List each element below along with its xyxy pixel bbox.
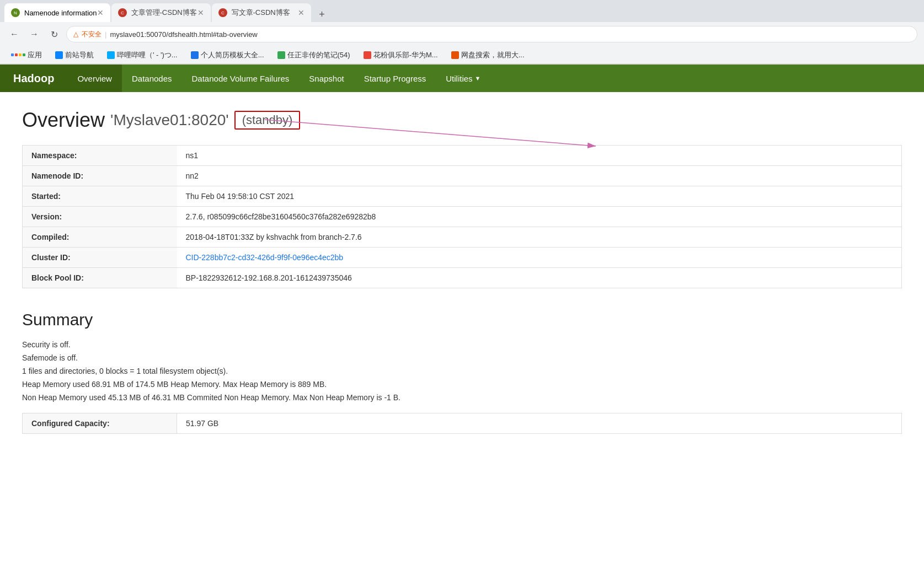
nav-snapshot[interactable]: Snapshot — [299, 64, 354, 92]
summary-line-1: Safemode is off. — [22, 353, 902, 362]
table-row-namespace: Namespace: ns1 — [23, 146, 902, 166]
table-row-namenode-id: Namenode ID: nn2 — [23, 166, 902, 186]
tab-favicon-hadoop: N — [11, 8, 20, 17]
bookmark-huawei-label: 花粉俱乐部-华为M... — [373, 50, 438, 60]
summary-line-3: Heap Memory used 68.91 MB of 174.5 MB He… — [22, 380, 902, 389]
label-version: Version: — [23, 207, 177, 227]
label-configured-capacity: Configured Capacity: — [23, 413, 177, 434]
bookmark-resume-label: 个人简历模板大全... — [201, 50, 264, 60]
tab-close-1[interactable]: ✕ — [97, 8, 104, 17]
tab-bar: N Namenode information ✕ C 文章管理-CSDN博客 ✕… — [0, 0, 924, 22]
nav-utilities-label: Utilities — [446, 74, 472, 83]
summary-line-0: Security is off. — [22, 340, 902, 349]
tab-title-csdn2: 写文章-CSDN博客 — [232, 8, 290, 18]
tab-close-2[interactable]: ✕ — [197, 8, 204, 17]
cluster-id-link[interactable]: CID-228bb7c2-cd32-426d-9f9f-0e96ec4ec2bb — [186, 253, 344, 262]
overview-title-row: Overview 'Myslave01:8020' (standby) — [22, 109, 902, 132]
bookmark-huawei-icon — [364, 51, 371, 59]
bookmark-nav-label: 前站导航 — [65, 50, 94, 60]
bookmark-resume[interactable]: 个人简历模板大全... — [186, 49, 269, 61]
reload-button[interactable]: ↻ — [46, 26, 62, 42]
summary-heading: Summary — [22, 310, 902, 329]
hadoop-logo: Hadoop — [0, 64, 67, 92]
label-started: Started: — [23, 186, 177, 207]
overview-heading: Overview — [22, 109, 105, 132]
bookmark-pan-label: 网盘搜索，就用大... — [461, 50, 525, 60]
summary-line-4: Non Heap Memory used 45.13 MB of 46.31 M… — [22, 393, 902, 402]
dropdown-arrow-icon: ▼ — [475, 75, 481, 82]
bookmark-bilibili-icon — [107, 51, 115, 59]
tab-csdn2[interactable]: C 写文章-CSDN博客 ✕ — [212, 3, 311, 22]
bookmark-nav[interactable]: 前站导航 — [51, 49, 98, 61]
address-field[interactable]: △ 不安全 | myslave01:50070/dfshealth.html#t… — [66, 26, 917, 42]
info-table: Namespace: ns1 Namenode ID: nn2 Started:… — [22, 145, 902, 288]
label-block-pool-id: Block Pool ID: — [23, 268, 177, 288]
address-warning-text: 不安全 — [82, 30, 102, 39]
overview-header: Overview 'Myslave01:8020' (standby) — [22, 109, 902, 132]
nav-startup-progress[interactable]: Startup Progress — [354, 64, 436, 92]
address-bar-row: ← → ↻ △ 不安全 | myslave01:50070/dfshealth.… — [0, 22, 924, 46]
tab-title-namenode: Namenode information — [24, 9, 97, 17]
value-version: 2.7.6, r085099c66cf28be31604560c376fa282… — [177, 207, 902, 227]
bookmark-notes-label: 任正非传的笔记(54) — [287, 50, 350, 60]
label-namenode-id: Namenode ID: — [23, 166, 177, 186]
nav-utilities[interactable]: Utilities ▼ — [436, 64, 490, 92]
bookmark-bilibili-label: 哔哩哔哩（' - ')つ... — [117, 50, 178, 60]
bookmark-pan[interactable]: 网盘搜索，就用大... — [447, 49, 529, 61]
table-row-compiled: Compiled: 2018-04-18T01:33Z by kshvachk … — [23, 227, 902, 248]
nav-overview[interactable]: Overview — [67, 64, 122, 92]
bookmark-nav-icon — [55, 51, 63, 59]
security-warning: △ — [73, 30, 78, 38]
hadoop-nav: Hadoop Overview Datanodes Datanode Volum… — [0, 64, 924, 92]
bookmark-bilibili[interactable]: 哔哩哔哩（' - ')つ... — [103, 49, 182, 61]
summary-line-2: 1 files and directories, 0 blocks = 1 to… — [22, 367, 902, 375]
tab-namenode[interactable]: N Namenode information ✕ — [4, 3, 110, 22]
label-compiled: Compiled: — [23, 227, 177, 248]
tab-favicon-csdn1: C — [118, 8, 127, 17]
tab-title-csdn1: 文章管理-CSDN博客 — [131, 8, 197, 18]
summary-row-capacity: Configured Capacity: 51.97 GB — [23, 413, 902, 434]
tab-close-3[interactable]: ✕ — [298, 8, 305, 17]
forward-button[interactable]: → — [26, 26, 42, 42]
value-namespace: ns1 — [177, 146, 902, 166]
bookmark-resume-icon — [191, 51, 199, 59]
value-namenode-id: nn2 — [177, 166, 902, 186]
back-button[interactable]: ← — [7, 26, 22, 42]
svg-text:C: C — [221, 10, 225, 15]
label-namespace: Namespace: — [23, 146, 177, 166]
summary-table: Configured Capacity: 51.97 GB — [22, 413, 902, 434]
svg-text:N: N — [14, 10, 17, 15]
standby-badge: (standby) — [234, 111, 301, 130]
bookmark-apps[interactable]: 应用 — [7, 49, 46, 61]
table-row-started: Started: Thu Feb 04 19:58:10 CST 2021 — [23, 186, 902, 207]
svg-text:C: C — [121, 10, 124, 15]
nav-items: Overview Datanodes Datanode Volume Failu… — [67, 64, 490, 92]
nav-datanodes[interactable]: Datanodes — [122, 64, 182, 92]
table-row-block-pool-id: Block Pool ID: BP-1822932612-192.168.8.2… — [23, 268, 902, 288]
bookmark-huawei[interactable]: 花粉俱乐部-华为M... — [359, 49, 442, 61]
browser-chrome: N Namenode information ✕ C 文章管理-CSDN博客 ✕… — [0, 0, 924, 64]
bookmark-apps-label: 应用 — [28, 50, 42, 60]
value-cluster-id: CID-228bb7c2-cd32-426d-9f9f-0e96ec4ec2bb — [177, 248, 902, 268]
overview-hostname: 'Myslave01:8020' — [110, 111, 229, 129]
value-started: Thu Feb 04 19:58:10 CST 2021 — [177, 186, 902, 207]
tab-favicon-csdn2: C — [218, 8, 227, 17]
label-cluster-id: Cluster ID: — [23, 248, 177, 268]
table-row-cluster-id: Cluster ID: CID-228bb7c2-cd32-426d-9f9f-… — [23, 248, 902, 268]
summary-section: Summary Security is off. Safemode is off… — [22, 310, 902, 434]
new-tab-button[interactable]: + — [314, 7, 330, 22]
value-configured-capacity: 51.97 GB — [177, 413, 902, 434]
bookmark-pan-icon — [451, 51, 459, 59]
bookmarks-bar: 应用 前站导航 哔哩哔哩（' - ')つ... 个人简历模板大全... 任正非传… — [0, 46, 924, 64]
value-block-pool-id: BP-1822932612-192.168.8.201-161243973504… — [177, 268, 902, 288]
tab-csdn1[interactable]: C 文章管理-CSDN博客 ✕ — [111, 3, 211, 22]
value-compiled: 2018-04-18T01:33Z by kshvachk from branc… — [177, 227, 902, 248]
table-row-version: Version: 2.7.6, r085099c66cf28be31604560… — [23, 207, 902, 227]
address-url: myslave01:50070/dfshealth.html#tab-overv… — [110, 30, 257, 39]
bookmark-notes[interactable]: 任正非传的笔记(54) — [273, 49, 355, 61]
main-content: Overview 'Myslave01:8020' (standby) Name… — [0, 92, 924, 450]
nav-datanode-volume-failures[interactable]: Datanode Volume Failures — [182, 64, 300, 92]
bookmark-notes-icon — [277, 51, 285, 59]
address-separator: | — [105, 30, 106, 39]
